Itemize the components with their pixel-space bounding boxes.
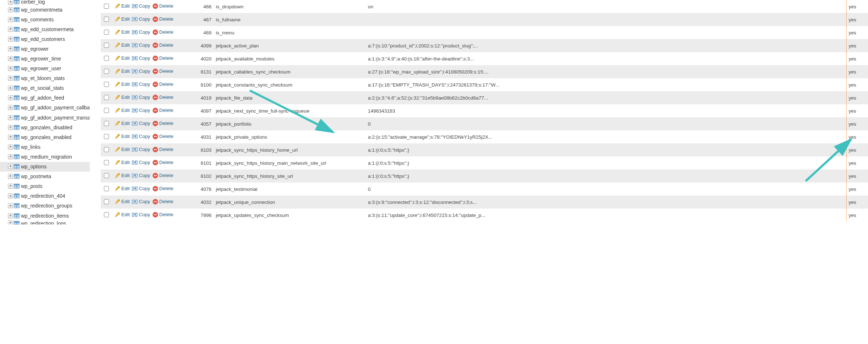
edit-button[interactable]: Edit: [114, 199, 130, 205]
row-checkbox[interactable]: [104, 69, 109, 74]
tree-expand-icon[interactable]: [8, 46, 13, 51]
sidebar-item-wp_posts[interactable]: wp_posts: [0, 181, 90, 191]
copy-button[interactable]: Copy: [132, 121, 150, 126]
tree-expand-icon[interactable]: [8, 66, 13, 71]
delete-button[interactable]: Delete: [152, 199, 173, 205]
copy-button[interactable]: Copy: [132, 147, 150, 152]
sidebar-item-wp_options[interactable]: wp_options: [0, 162, 90, 172]
copy-button[interactable]: Copy: [132, 199, 150, 205]
edit-button[interactable]: Edit: [114, 95, 130, 100]
edit-button[interactable]: Edit: [114, 212, 130, 218]
delete-button[interactable]: Delete: [152, 121, 173, 126]
delete-button[interactable]: Delete: [152, 147, 173, 152]
tree-expand-icon[interactable]: [8, 17, 13, 22]
tree-expand-icon[interactable]: [8, 135, 13, 140]
delete-button[interactable]: Delete: [152, 95, 173, 100]
sidebar-item-wp_edd_customers[interactable]: wp_edd_customers: [0, 34, 90, 44]
copy-button[interactable]: Copy: [132, 212, 150, 218]
tree-expand-icon[interactable]: [8, 164, 13, 169]
row-checkbox[interactable]: [104, 121, 109, 126]
delete-button[interactable]: Delete: [152, 16, 173, 22]
delete-button[interactable]: Delete: [152, 134, 173, 139]
sidebar-item-wp_gf_addon_feed[interactable]: wp_gf_addon_feed: [0, 93, 90, 103]
sidebar-item-wp_gf_addon_payment_callback[interactable]: wp_gf_addon_payment_callback: [0, 103, 90, 113]
edit-button[interactable]: Edit: [114, 121, 130, 126]
tree-expand-icon[interactable]: [8, 154, 13, 159]
row-checkbox[interactable]: [104, 160, 109, 165]
delete-button[interactable]: Delete: [152, 3, 173, 9]
copy-button[interactable]: Copy: [132, 134, 150, 139]
tree-expand-icon[interactable]: [8, 221, 13, 225]
row-checkbox[interactable]: [104, 56, 109, 61]
row-checkbox[interactable]: [104, 147, 109, 152]
tree-expand-icon[interactable]: [8, 203, 13, 208]
sidebar-item-wp_edd_customermeta[interactable]: wp_edd_customermeta: [0, 24, 90, 34]
sidebar-item-wp_gonzales_enabled[interactable]: wp_gonzales_enabled: [0, 132, 90, 142]
delete-button[interactable]: Delete: [152, 186, 173, 192]
edit-button[interactable]: Edit: [114, 147, 130, 152]
edit-button[interactable]: Edit: [114, 186, 130, 192]
row-checkbox[interactable]: [104, 134, 109, 139]
copy-button[interactable]: Copy: [132, 108, 150, 113]
delete-button[interactable]: Delete: [152, 212, 173, 218]
row-checkbox[interactable]: [104, 199, 109, 204]
sidebar-item-wp_egrower[interactable]: wp_egrower: [0, 44, 90, 54]
sidebar-item-wp_redirection_items[interactable]: wp_redirection_items: [0, 211, 90, 221]
sidebar-item-wp_commentmeta[interactable]: wp_commentmeta: [0, 5, 90, 14]
tree-expand-icon[interactable]: [8, 76, 13, 81]
row-checkbox[interactable]: [104, 43, 109, 48]
sidebar-item-wp_redirection_groups[interactable]: wp_redirection_groups: [0, 201, 90, 211]
sidebar-item-wp_et_bloom_stats[interactable]: wp_et_bloom_stats: [0, 74, 90, 83]
delete-button[interactable]: Delete: [152, 68, 173, 74]
tree-expand-icon[interactable]: [8, 27, 13, 32]
tree-expand-icon[interactable]: [8, 193, 13, 198]
copy-button[interactable]: Copy: [132, 160, 150, 165]
copy-button[interactable]: Copy: [132, 42, 150, 48]
tree-expand-icon[interactable]: [8, 213, 13, 218]
edit-button[interactable]: Edit: [114, 108, 130, 113]
tree-expand-icon[interactable]: [8, 144, 13, 150]
edit-button[interactable]: Edit: [114, 29, 130, 35]
tree-expand-icon[interactable]: [8, 0, 13, 5]
row-checkbox[interactable]: [104, 17, 109, 22]
copy-button[interactable]: Copy: [132, 173, 150, 179]
sidebar-item-wp_postmeta[interactable]: wp_postmeta: [0, 172, 90, 181]
sidebar-item-wp_medium_migration[interactable]: wp_medium_migration: [0, 152, 90, 161]
sidebar-item-wp_et_social_stats[interactable]: wp_et_social_stats: [0, 83, 90, 93]
delete-button[interactable]: Delete: [152, 55, 173, 61]
delete-button[interactable]: Delete: [152, 160, 173, 165]
copy-button[interactable]: Copy: [132, 29, 150, 35]
tree-expand-icon[interactable]: [8, 115, 13, 120]
copy-button[interactable]: Copy: [132, 3, 150, 9]
tree-expand-icon[interactable]: [8, 37, 13, 42]
sidebar-item-wp_redirection_logs[interactable]: wp_redirection_logs: [0, 221, 90, 225]
sidebar-item-wp_gf_addon_payment_transaction[interactable]: wp_gf_addon_payment_transaction: [0, 113, 90, 122]
tree-expand-icon[interactable]: [8, 85, 13, 91]
delete-button[interactable]: Delete: [152, 29, 173, 35]
row-checkbox[interactable]: [104, 108, 109, 113]
delete-button[interactable]: Delete: [152, 81, 173, 87]
row-checkbox[interactable]: [104, 95, 109, 100]
row-checkbox[interactable]: [104, 212, 109, 217]
row-checkbox[interactable]: [104, 30, 109, 35]
tree-expand-icon[interactable]: [8, 7, 13, 12]
sidebar-item-wp_redirection_404[interactable]: wp_redirection_404: [0, 191, 90, 201]
copy-button[interactable]: Copy: [132, 95, 150, 100]
delete-button[interactable]: Delete: [152, 108, 173, 113]
row-checkbox[interactable]: [104, 186, 109, 191]
copy-button[interactable]: Copy: [132, 81, 150, 87]
copy-button[interactable]: Copy: [132, 16, 150, 22]
tree-expand-icon[interactable]: [8, 105, 13, 110]
sidebar-item-wp_gonzales_disabled[interactable]: wp_gonzales_disabled: [0, 122, 90, 132]
edit-button[interactable]: Edit: [114, 3, 130, 9]
tree-expand-icon[interactable]: [8, 184, 13, 189]
copy-button[interactable]: Copy: [132, 68, 150, 74]
edit-button[interactable]: Edit: [114, 42, 130, 48]
sidebar-item-wp_egrower_user[interactable]: wp_egrower_user: [0, 64, 90, 74]
tree-expand-icon[interactable]: [8, 95, 13, 100]
edit-button[interactable]: Edit: [114, 173, 130, 179]
row-checkbox[interactable]: [104, 173, 109, 178]
edit-button[interactable]: Edit: [114, 68, 130, 74]
sidebar-item-cerber_log[interactable]: cerber_log: [0, 0, 90, 5]
edit-button[interactable]: Edit: [114, 81, 130, 87]
